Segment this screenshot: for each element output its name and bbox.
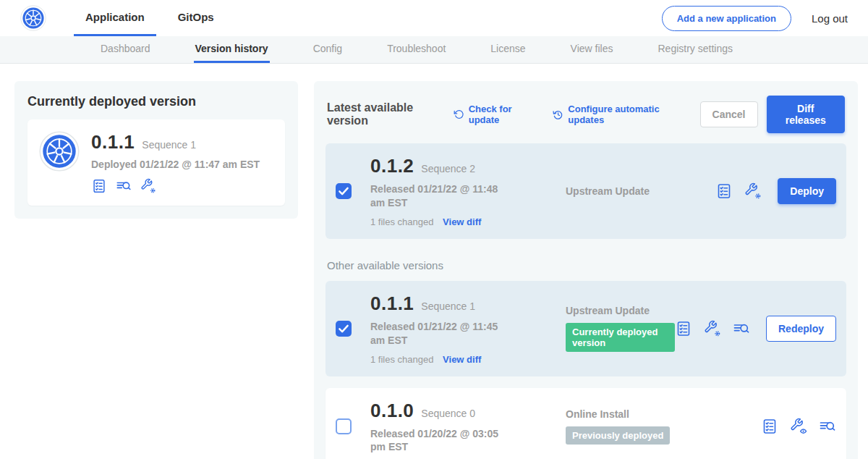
app-logo-icon [20, 5, 46, 31]
logs-icon[interactable] [819, 418, 836, 435]
config-edit-icon[interactable] [704, 320, 721, 337]
checklist-icon[interactable] [715, 182, 733, 200]
version-number: 0.1.2 [370, 155, 414, 177]
logout-button[interactable]: Log out [812, 12, 848, 25]
view-diff-link[interactable]: View diff [443, 354, 481, 365]
version-row-0-1-2: 0.1.2 Sequence 2 Released 01/21/22 @ 11:… [326, 143, 846, 239]
logs-icon[interactable] [733, 320, 750, 337]
version-source: Upstream Update [566, 185, 715, 197]
version-number: 0.1.1 [370, 292, 414, 315]
subtab-license[interactable]: License [489, 36, 527, 63]
currently-deployed-badge: Currently deployed version [566, 323, 675, 352]
version-sequence: Sequence 0 [421, 408, 475, 419]
version-checkbox[interactable] [336, 321, 352, 337]
subtab-view-files[interactable]: View files [569, 36, 615, 63]
config-edit-icon[interactable] [140, 178, 156, 194]
tab-gitops[interactable]: GitOps [166, 0, 226, 36]
released-date: Released 01/21/22 @ 11:45 am EST [370, 320, 509, 348]
version-number: 0.1.0 [370, 400, 414, 422]
version-sequence: Sequence 1 [421, 300, 475, 312]
subtab-config[interactable]: Config [312, 36, 344, 63]
checklist-icon[interactable] [675, 320, 692, 337]
config-edit-icon[interactable] [744, 182, 762, 200]
tab-application[interactable]: Application [74, 0, 156, 36]
top-tabs: Application GitOps [74, 0, 236, 36]
subtab-troubleshoot[interactable]: Troubleshoot [386, 36, 447, 63]
released-date: Released 01/20/22 @ 03:05 pm EST [370, 427, 509, 455]
cancel-button[interactable]: Cancel [700, 101, 758, 127]
deployed-date: Deployed 01/21/22 @ 11:47 am EST [91, 159, 260, 170]
deployed-version-card: 0.1.1 Sequence 1 Deployed 01/21/22 @ 11:… [27, 119, 285, 206]
k8s-app-icon [39, 131, 80, 194]
other-versions-label: Other available versions [327, 259, 845, 271]
latest-version-header: Latest available version Check for updat… [327, 96, 845, 133]
sub-nav: Dashboard Version history Config Trouble… [0, 36, 868, 64]
latest-version-title: Latest available version [327, 101, 443, 127]
top-nav: Application GitOps Add a new application… [0, 0, 868, 36]
check-icon [337, 185, 350, 198]
deploy-button[interactable]: Deploy [778, 178, 836, 204]
previously-deployed-badge: Previously deployed [566, 426, 670, 445]
version-checkbox[interactable] [336, 183, 352, 199]
deployed-version-number: 0.1.1 [91, 131, 135, 153]
currently-deployed-title: Currently deployed version [27, 94, 285, 109]
check-for-update-link[interactable]: Check for update [454, 104, 537, 125]
view-diff-link[interactable]: View diff [443, 216, 481, 227]
files-changed: 1 files changed [370, 354, 433, 365]
tab-application-label: Application [85, 11, 145, 23]
auto-update-icon [553, 109, 563, 121]
version-row-0-1-1: 0.1.1 Sequence 1 Released 01/21/22 @ 11:… [326, 281, 846, 376]
refresh-icon [454, 109, 464, 120]
main-content: Currently deployed version 0.1.1 Sequenc… [0, 64, 868, 459]
check-icon [337, 322, 350, 335]
version-checkbox[interactable] [336, 418, 352, 434]
tab-gitops-label: GitOps [178, 11, 214, 23]
version-sequence: Sequence 2 [421, 163, 475, 174]
config-view-icon[interactable] [790, 418, 807, 435]
subtab-version-history[interactable]: Version history [194, 36, 270, 63]
diff-releases-button[interactable]: Diff releases [767, 96, 845, 133]
add-application-button[interactable]: Add a new application [662, 6, 791, 31]
currently-deployed-panel: Currently deployed version 0.1.1 Sequenc… [14, 81, 298, 219]
subtab-registry-settings[interactable]: Registry settings [656, 36, 733, 63]
version-row-0-1-0: 0.1.0 Sequence 0 Released 01/20/22 @ 03:… [326, 388, 846, 459]
released-date: Released 01/21/22 @ 11:48 am EST [370, 182, 509, 210]
checklist-icon[interactable] [761, 418, 778, 435]
deployed-sequence: Sequence 1 [142, 139, 196, 151]
version-history-panel: Latest available version Check for updat… [314, 81, 858, 459]
configure-auto-updates-link[interactable]: Configure automatic updates [553, 104, 684, 125]
logs-icon[interactable] [116, 178, 132, 194]
subtab-dashboard[interactable]: Dashboard [99, 36, 152, 63]
version-source: Upstream Update [566, 305, 675, 316]
checklist-icon[interactable] [91, 178, 107, 194]
files-changed: 1 files changed [370, 216, 433, 227]
redeploy-button[interactable]: Redeploy [766, 316, 836, 342]
version-source: Online Install [566, 408, 761, 420]
